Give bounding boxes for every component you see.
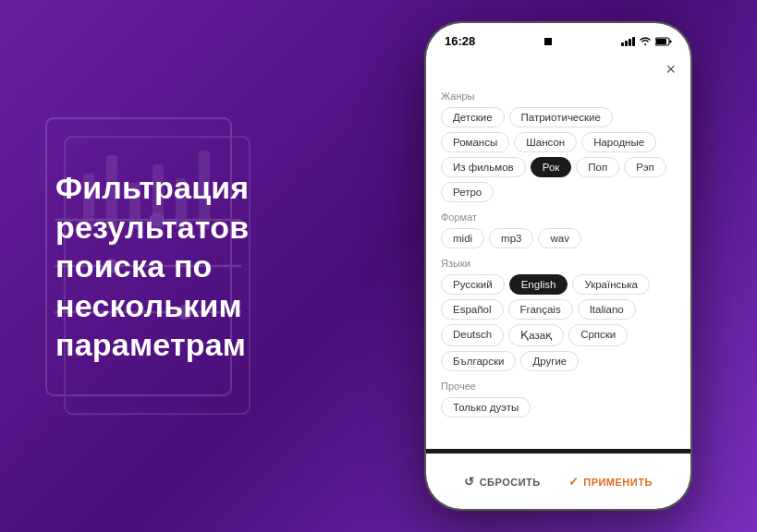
tag-deutsch[interactable]: Deutsch: [441, 324, 504, 346]
svg-rect-16: [670, 40, 672, 42]
genres-label: Жанры: [441, 91, 676, 102]
tag-español[interactable]: Español: [441, 299, 504, 320]
close-button[interactable]: ×: [665, 61, 676, 78]
phone-frame: 16:28: [424, 21, 692, 511]
tag-wav[interactable]: wav: [538, 228, 580, 248]
battery-icon: [655, 37, 672, 46]
wifi-icon: [639, 37, 652, 46]
camera-dot: [544, 38, 552, 45]
section-languages: Языки Русский English Українська Español…: [441, 258, 676, 371]
signal-icon: [621, 37, 635, 46]
close-row: ×: [441, 54, 676, 81]
section-format: Формат midi mp3 wav: [441, 212, 676, 248]
reset-label: СБРОСИТЬ: [480, 477, 541, 488]
tag-детские[interactable]: Детские: [441, 107, 505, 127]
status-time: 16:28: [445, 34, 475, 48]
tag-midi[interactable]: midi: [441, 228, 484, 248]
languages-tags: Русский English Українська Español Franç…: [441, 274, 676, 371]
tag-қазақ[interactable]: Қазақ: [508, 324, 564, 346]
tag-ретро[interactable]: Ретро: [441, 182, 494, 202]
format-label: Формат: [441, 212, 676, 223]
tag-патриотические[interactable]: Патриотические: [509, 107, 613, 127]
tag-français[interactable]: Français: [508, 299, 573, 320]
tag-романсы[interactable]: Романсы: [441, 132, 509, 152]
tag-шансон[interactable]: Шансон: [514, 132, 577, 152]
main-title: Фильтрация результатов поиска по несколь…: [55, 168, 342, 365]
tag-српски[interactable]: Српски: [568, 324, 628, 346]
tag-mp3[interactable]: mp3: [489, 228, 533, 248]
tag-english[interactable]: English: [509, 274, 568, 295]
section-genres: Жанры Детские Патриотические Романсы Шан…: [441, 91, 676, 202]
tag-из-фильмов[interactable]: Из фильмов: [441, 157, 526, 177]
phone-bottom-bar: ↺ СБРОСИТЬ ✓ ПРИМЕНИТЬ: [426, 453, 690, 509]
languages-label: Языки: [441, 258, 676, 269]
tag-українська[interactable]: Українська: [572, 274, 650, 295]
genres-tags: Детские Патриотические Романсы Шансон На…: [441, 107, 676, 202]
section-other: Прочее Только дуэты: [441, 381, 676, 417]
tag-рок[interactable]: Рок: [531, 157, 572, 177]
other-label: Прочее: [441, 381, 676, 392]
tag-русский[interactable]: Русский: [441, 274, 505, 295]
apply-label: ПРИМЕНИТЬ: [583, 477, 653, 488]
phone-content[interactable]: × Жанры Детские Патриотические Романсы Ш…: [426, 54, 690, 449]
tag-народные[interactable]: Народные: [581, 132, 656, 152]
format-tags: midi mp3 wav: [441, 228, 676, 248]
phone-container: 16:28: [424, 21, 692, 511]
other-tags: Только дуэты: [441, 397, 676, 417]
tag-поп[interactable]: Поп: [576, 157, 619, 177]
tag-только-дуэты[interactable]: Только дуэты: [441, 397, 531, 417]
svg-rect-15: [656, 39, 666, 44]
tag-български[interactable]: Български: [441, 351, 516, 371]
apply-icon: ✓: [568, 475, 580, 489]
apply-button[interactable]: ✓ ПРИМЕНИТЬ: [568, 475, 653, 489]
tag-italiano[interactable]: Italiano: [578, 299, 636, 320]
left-content: Фильтрация результатов поиска по несколь…: [55, 168, 342, 365]
status-icons: [621, 37, 672, 46]
reset-button[interactable]: ↺ СБРОСИТЬ: [464, 475, 541, 489]
tag-рэп[interactable]: Рэп: [624, 157, 666, 177]
tag-другие[interactable]: Другие: [520, 351, 579, 371]
status-bar: 16:28: [426, 23, 690, 54]
reset-icon: ↺: [464, 475, 475, 489]
